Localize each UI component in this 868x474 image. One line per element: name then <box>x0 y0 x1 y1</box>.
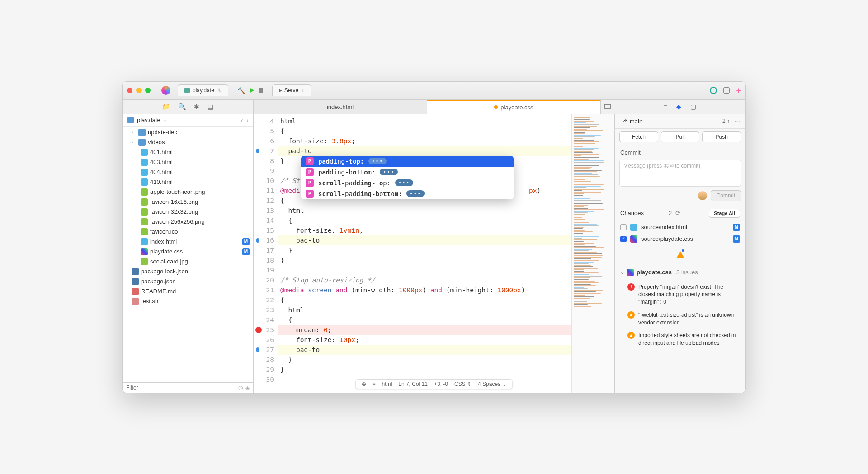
code-editor[interactable]: 4567891011121314151617181920212223242526… <box>254 114 571 393</box>
completion-label: padding-top: <box>318 158 364 165</box>
files-icon[interactable]: 📁 <box>162 103 170 110</box>
checkbox[interactable] <box>620 236 627 242</box>
indent-select[interactable]: 4 Spaces ⌄ <box>478 381 506 387</box>
completion-item[interactable]: Ppadding-bottom:••• <box>301 167 514 178</box>
tree-file[interactable]: favicon-256x256.png <box>123 217 253 227</box>
issues-header[interactable]: ⌄ playdate.css 3 issues <box>615 264 745 281</box>
chevron-down-icon: ⌄ <box>620 270 624 275</box>
split-icon[interactable] <box>604 104 611 109</box>
diamond-icon[interactable]: ◆ <box>676 103 681 110</box>
commit-header: Commit <box>615 145 745 160</box>
minimap[interactable] <box>571 114 614 393</box>
forward-icon[interactable]: › <box>246 117 249 124</box>
css-icon <box>627 269 634 276</box>
changes-count: 2 <box>669 210 672 216</box>
add-icon[interactable]: + <box>736 86 741 95</box>
completion-item[interactable]: Pscroll-padding-bottom:••• <box>301 188 514 199</box>
tree-file[interactable]: README.md <box>123 286 253 296</box>
grid-icon[interactable]: ▦ <box>208 103 213 110</box>
tree-label: apple-touch-icon.png <box>150 188 205 195</box>
close-icon[interactable] <box>127 88 132 93</box>
editor-tab[interactable]: index.html <box>254 100 427 114</box>
ellipsis-icon: ••• <box>368 158 387 164</box>
project-tab[interactable]: play.date ✳ <box>178 84 228 96</box>
file-tree: ›update-dec›videos401.html403.html404.ht… <box>123 127 253 382</box>
editor-tab[interactable]: playdate.css <box>427 100 601 114</box>
issue-text: Imported style sheets are not checked in… <box>638 332 739 347</box>
push-button[interactable]: Push <box>702 131 741 142</box>
breadcrumb-icon: ≡ <box>373 381 376 387</box>
change-row[interactable]: source/playdate.cssM <box>615 233 745 245</box>
modified-badge: M <box>733 224 740 231</box>
warning-icon: ▲ <box>627 332 635 339</box>
search-icon[interactable]: 🔍 <box>178 103 186 110</box>
stage-all-button[interactable]: Stage All <box>709 209 740 218</box>
chevron-down-icon: ⌄ <box>163 117 167 122</box>
terminal-icon[interactable]: ▢ <box>690 103 696 110</box>
clock-icon[interactable]: ◷ <box>238 385 243 391</box>
lang-select[interactable]: CSS ⇕ <box>454 381 472 387</box>
tree-folder[interactable]: ›videos <box>123 137 253 147</box>
tree-file[interactable]: package.json <box>123 277 253 286</box>
stop-icon[interactable] <box>259 88 263 93</box>
preview-icon[interactable] <box>710 87 717 94</box>
git-panel: ⎇ main 2 ↑ ⋯ Fetch Pull Push Commit Mess… <box>614 114 745 393</box>
issue-row[interactable]: ▲"-webkit-text-size-adjust" is an unknow… <box>615 309 745 329</box>
commit-button[interactable]: Commit <box>711 190 741 201</box>
completion-item[interactable]: Ppadding-top:••• <box>301 156 514 167</box>
tree-file[interactable]: playdate.cssM <box>123 247 253 257</box>
chevron-right-icon: › <box>132 140 136 145</box>
commit-message-input[interactable]: Message (press ⌘⏎ to commit) <box>619 160 741 187</box>
project-header[interactable]: play.date ⌄ ‹› <box>123 114 253 127</box>
tree-file[interactable]: 404.html <box>123 167 253 177</box>
file-icon <box>141 159 148 166</box>
tree-file[interactable]: 401.html <box>123 147 253 157</box>
tree-file[interactable]: 403.html <box>123 157 253 167</box>
warning-icon: ▲ <box>627 311 635 319</box>
completion-item[interactable]: Pscroll-padding-top:••• <box>301 178 514 188</box>
folder-icon <box>138 139 146 146</box>
tree-file[interactable]: test.sh <box>123 296 253 306</box>
file-icon <box>141 258 148 265</box>
minimize-icon[interactable] <box>136 88 142 93</box>
fetch-button[interactable]: Fetch <box>619 131 658 142</box>
completion-popup[interactable]: Ppadding-top:•••Ppadding-bottom:•••Pscro… <box>301 156 514 199</box>
ellipsis-icon[interactable]: ⋯ <box>734 118 740 125</box>
issue-text: "-webkit-text-size-adjust" is an unknown… <box>638 311 739 327</box>
scm-icon[interactable]: ◈ <box>245 385 250 391</box>
tree-label: test.sh <box>141 298 158 305</box>
pull-button[interactable]: Pull <box>661 131 700 142</box>
issue-row[interactable]: ▲Imported style sheets are not checked i… <box>615 329 745 350</box>
cursor-position[interactable]: Ln 7, Col 11 <box>398 381 428 387</box>
serve-tab[interactable]: ▶ Serve ⇕ <box>272 84 311 96</box>
branch-name[interactable]: main <box>630 118 642 125</box>
tree-file[interactable]: favicon-32x32.png <box>123 207 253 217</box>
tree-file[interactable]: 410.html <box>123 177 253 187</box>
tree-file[interactable]: package-lock.json <box>123 267 253 277</box>
tree-file[interactable]: favicon.ico <box>123 227 253 237</box>
traffic-lights <box>127 88 151 93</box>
tree-file[interactable]: social-card.jpg <box>123 257 253 267</box>
back-icon[interactable]: ‹ <box>241 117 243 124</box>
checkbox[interactable] <box>620 224 627 230</box>
symbols-icon[interactable]: ✱ <box>194 103 199 110</box>
zoom-icon[interactable] <box>145 88 151 93</box>
filter-input[interactable] <box>126 385 236 391</box>
file-icon <box>141 248 148 255</box>
modified-dot-icon <box>494 105 498 109</box>
align-icon[interactable]: ≡ <box>664 103 667 110</box>
panel-toggle-icon[interactable] <box>723 87 730 94</box>
tree-file[interactable]: apple-touch-icon.png <box>123 187 253 197</box>
branch-icon: ⎇ <box>620 118 627 125</box>
change-row[interactable]: source/index.htmlM <box>615 221 745 233</box>
issues-file: playdate.css <box>637 269 672 276</box>
refresh-icon[interactable]: ⟳ <box>675 210 680 216</box>
run-icon[interactable] <box>250 88 254 93</box>
tree-file[interactable]: index.htmlM <box>123 237 253 247</box>
tree-folder[interactable]: ›update-dec <box>123 127 253 137</box>
build-icon[interactable]: 🔨 <box>237 87 245 94</box>
issue-row[interactable]: !Property "mrgan" doesn't exist. The clo… <box>615 281 745 309</box>
breadcrumb[interactable]: html <box>382 381 392 387</box>
file-icon <box>630 235 637 243</box>
tree-file[interactable]: favicon-16x16.png <box>123 197 253 207</box>
